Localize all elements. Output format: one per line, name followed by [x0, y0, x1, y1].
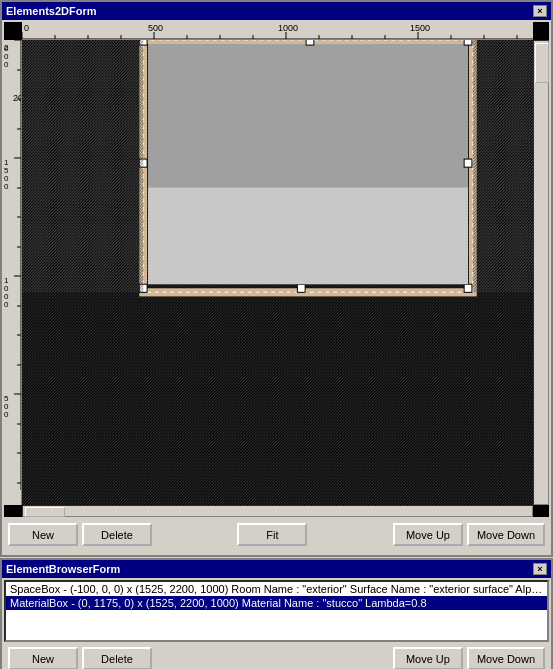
- browser-title-buttons: ×: [533, 563, 547, 575]
- main-delete-button[interactable]: Delete: [82, 523, 152, 546]
- main-new-button[interactable]: New: [8, 523, 78, 546]
- browser-delete-button[interactable]: Delete: [82, 647, 152, 669]
- svg-text:500: 500: [148, 23, 163, 33]
- svg-text:0: 0: [4, 60, 9, 69]
- svg-text:1000: 1000: [278, 23, 298, 33]
- scrollbar-thumb-horizontal[interactable]: [25, 507, 65, 517]
- svg-rect-71: [148, 188, 468, 285]
- svg-text:0: 0: [4, 410, 9, 419]
- svg-text:0: 0: [4, 300, 9, 309]
- browser-title: ElementBrowserForm: [6, 563, 120, 575]
- scrollbar-horizontal[interactable]: [22, 505, 533, 517]
- svg-rect-62: [306, 40, 314, 45]
- main-move-down-button[interactable]: Move Down: [467, 523, 545, 546]
- svg-rect-67: [297, 284, 305, 292]
- ruler-top-svg: 0 500 1000 1500: [22, 22, 533, 39]
- svg-rect-65: [464, 159, 472, 167]
- svg-text:2000: 2000: [13, 93, 21, 103]
- main-title-bar: Elements2DForm ×: [2, 2, 551, 20]
- svg-rect-63: [464, 40, 472, 45]
- svg-text:0: 0: [4, 182, 9, 191]
- browser-list[interactable]: SpaceBox - (-100, 0, 0) x (1525, 2200, 1…: [4, 580, 549, 642]
- svg-rect-68: [464, 284, 472, 292]
- close-button[interactable]: ×: [533, 5, 547, 17]
- browser-item-0[interactable]: SpaceBox - (-100, 0, 0) x (1525, 2200, 1…: [6, 582, 547, 596]
- scrollbar-thumb-vertical[interactable]: [535, 43, 549, 83]
- browser-window: ElementBrowserForm × SpaceBox - (-100, 0…: [0, 558, 553, 669]
- browser-item-1[interactable]: MaterialBox - (0, 1175, 0) x (1525, 2200…: [6, 596, 547, 610]
- main-title: Elements2DForm: [6, 5, 96, 17]
- browser-move-up-button[interactable]: Move Up: [393, 647, 463, 669]
- svg-rect-57: [22, 284, 533, 505]
- svg-text:1500: 1500: [410, 23, 430, 33]
- drawing-area: [22, 40, 533, 505]
- svg-text:0: 0: [24, 23, 29, 33]
- browser-title-bar: ElementBrowserForm ×: [2, 560, 551, 578]
- browser-new-button[interactable]: New: [8, 647, 78, 669]
- ruler-top: 0 500 1000 1500: [22, 22, 533, 40]
- canvas-container: 0 500 1000 1500: [4, 22, 549, 517]
- browser-close-button[interactable]: ×: [533, 563, 547, 575]
- main-button-bar: New Delete Fit Move Up Move Down: [2, 519, 551, 550]
- main-fit-button[interactable]: Fit: [237, 523, 307, 546]
- svg-rect-69: [22, 40, 143, 292]
- ruler-left: 2000 2 0 0 0 1 5 0 0 1 0 0 0 5 0 0: [4, 40, 22, 505]
- browser-button-bar: New Delete Move Up Move Down: [2, 644, 551, 669]
- main-window: Elements2DForm × 0 500 1000 1500: [0, 0, 553, 557]
- main-title-buttons: ×: [533, 5, 547, 17]
- canvas-svg: [22, 40, 533, 505]
- ruler-left-svg: 2000 2 0 0 0 1 5 0 0 1 0 0 0 5 0 0: [4, 40, 21, 505]
- scrollbar-vertical[interactable]: [533, 40, 549, 505]
- svg-rect-70: [473, 40, 533, 292]
- main-move-up-button[interactable]: Move Up: [393, 523, 463, 546]
- browser-move-down-button[interactable]: Move Down: [467, 647, 545, 669]
